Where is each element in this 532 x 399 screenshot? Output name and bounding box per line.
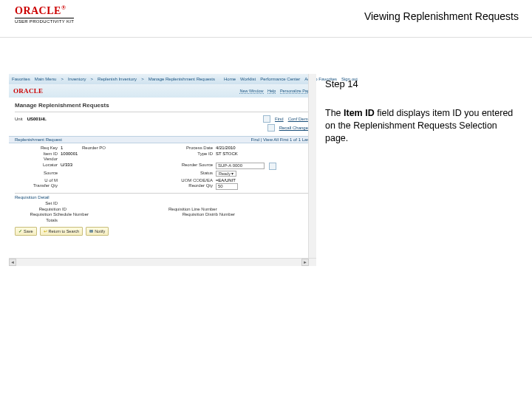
- setid-label: Set ID: [22, 201, 58, 205]
- reorderqty-label: Reorder Qty: [168, 183, 213, 190]
- util-links: New Window Help Personalize Page: [236, 89, 312, 93]
- uofm-label: U of M: [22, 178, 58, 183]
- breadcrumb-item[interactable]: Replenish Inventory: [98, 77, 137, 81]
- topmenu-signout[interactable]: Sign out: [341, 77, 358, 81]
- source-label: Source: [22, 171, 58, 177]
- notify-button[interactable]: ✉Notify: [86, 227, 109, 236]
- breadcrumb-bar: Favorites Main Menu> Inventory> Replenis…: [9, 74, 316, 84]
- breadcrumb-item[interactable]: Inventory: [68, 77, 86, 81]
- reorderqty-input[interactable]: 50: [216, 183, 238, 190]
- recall-link[interactable]: Recall Changes: [279, 126, 310, 130]
- vertical-scrollbar[interactable]: [308, 74, 316, 259]
- find-link[interactable]: Find: [275, 117, 284, 121]
- recall-icon[interactable]: [267, 124, 275, 132]
- lookup-icon[interactable]: [269, 163, 276, 170]
- section-header-label: Replenishment Request: [15, 137, 62, 142]
- inner-page-title: Manage Replenishment Requests: [9, 98, 316, 110]
- notify-icon: ✉: [89, 229, 93, 233]
- field-grid: Req Key1 Reorder PO Process Date4/21/201…: [9, 143, 316, 190]
- section-header-replenishment: Replenishment Request Find | View All Fi…: [9, 136, 316, 143]
- transferqty-label: Transfer Qty: [22, 183, 58, 190]
- save-icon: ✓: [18, 229, 22, 233]
- unit-value: US001HL: [27, 117, 47, 121]
- type-value: ST STOCK: [216, 151, 238, 156]
- return-button[interactable]: ↩Return to Search: [40, 227, 83, 236]
- reordersrc-input[interactable]: SUP-A 0000: [216, 163, 265, 169]
- reordersrc-label: Reorder Source: [168, 163, 213, 170]
- type-label: Type ID: [168, 151, 213, 156]
- processdate-label: Process Date: [168, 146, 213, 150]
- status-select[interactable]: Ready ▾: [216, 171, 236, 177]
- horizontal-scrollbar[interactable]: ◄ ►: [9, 258, 316, 266]
- brand-main-text: ORACLE: [15, 5, 61, 16]
- item-label: Item ID: [22, 151, 58, 156]
- totals-label: Totals: [22, 218, 58, 222]
- brand-block: ORACLE® USER PRODUCTIVITY KIT: [15, 4, 74, 24]
- return-icon: ↩: [44, 229, 47, 233]
- step-body: The Item ID field displays item ID you e…: [325, 107, 517, 145]
- scroll-left-icon[interactable]: ◄: [9, 259, 16, 266]
- app-screenshot: Favorites Main Menu> Inventory> Replenis…: [9, 74, 316, 266]
- breadcrumb-item[interactable]: Main Menu: [35, 77, 57, 81]
- row-recall: Recall Changes: [9, 124, 316, 133]
- locator-value: U/333: [61, 163, 72, 170]
- vendor-label: Vendor: [22, 157, 58, 161]
- topmenu-home[interactable]: Home: [224, 77, 236, 81]
- reqkey-value: 1: [61, 146, 63, 150]
- status-label: Status: [168, 171, 213, 177]
- button-bar: ✓Save ↩Return to Search ✉Notify: [9, 222, 316, 240]
- page-root: ORACLE® USER PRODUCTIVITY KIT Viewing Re…: [0, 0, 532, 399]
- search-icon[interactable]: [263, 115, 270, 123]
- reqsched-label: Requisition Schedule Number: [22, 212, 89, 216]
- section-paginator[interactable]: Find | View All First 1 of 1 Last: [251, 137, 310, 142]
- reqline-label: Requisition Line Number: [168, 207, 217, 211]
- confdemo-link[interactable]: Conf Demo: [288, 117, 310, 121]
- scroll-right-icon[interactable]: ►: [301, 259, 309, 266]
- brand-subtitle: USER PRODUCTIVITY KIT: [15, 18, 74, 24]
- step-body-pre: The: [325, 108, 344, 118]
- oracle-logo-inner: ORACLE: [13, 87, 43, 95]
- reqkey-label: Req Key: [22, 146, 58, 150]
- util-help[interactable]: Help: [267, 89, 276, 94]
- instruction-panel: Step 14 The Item ID field displays item …: [325, 78, 517, 145]
- brand-reg-text: ®: [61, 4, 66, 11]
- logo-bar: ORACLE New Window Help Personalize Page: [9, 84, 316, 98]
- util-new-window[interactable]: New Window: [239, 89, 263, 94]
- row-unit: Unit US001HL Find Conf Demo: [9, 114, 316, 124]
- reorder-label: Reorder PO: [70, 146, 106, 150]
- reqdistrib-label: Requisition Distrib Number: [168, 212, 235, 216]
- field-grid-2: Set ID Requisition ID Requisition Line N…: [9, 200, 316, 222]
- breadcrumb-item[interactable]: Favorites: [12, 77, 30, 81]
- step-body-bold: Item ID: [344, 108, 375, 118]
- topmenu-worklist[interactable]: Worklist: [240, 77, 256, 81]
- reqid-label: Requisition ID: [22, 207, 66, 211]
- locator-label: Locator: [22, 163, 58, 170]
- breadcrumb-item[interactable]: Manage Replenishment Requests: [149, 77, 215, 81]
- save-button[interactable]: ✓Save: [15, 227, 37, 236]
- uomcode-label: UOM CODE/EA: [168, 178, 213, 183]
- page-header: ORACLE® USER PRODUCTIVITY KIT Viewing Re…: [0, 0, 532, 33]
- util-personalize[interactable]: Personalize Page: [280, 89, 312, 94]
- section-header-requisition: Requisition Detail: [15, 193, 310, 200]
- processdate-value: 4/21/2010: [216, 146, 236, 150]
- unit-label: Unit: [15, 117, 23, 121]
- oracle-logo: ORACLE®: [15, 4, 74, 17]
- header-divider: [0, 37, 532, 38]
- divider: [15, 112, 310, 112]
- topmenu-perf[interactable]: Performance Center: [260, 77, 300, 81]
- page-title: Viewing Replenishment Requests: [364, 10, 519, 22]
- item-value: 1000001: [61, 151, 78, 156]
- uomcode-value: ≈EA/UNIT: [216, 178, 236, 183]
